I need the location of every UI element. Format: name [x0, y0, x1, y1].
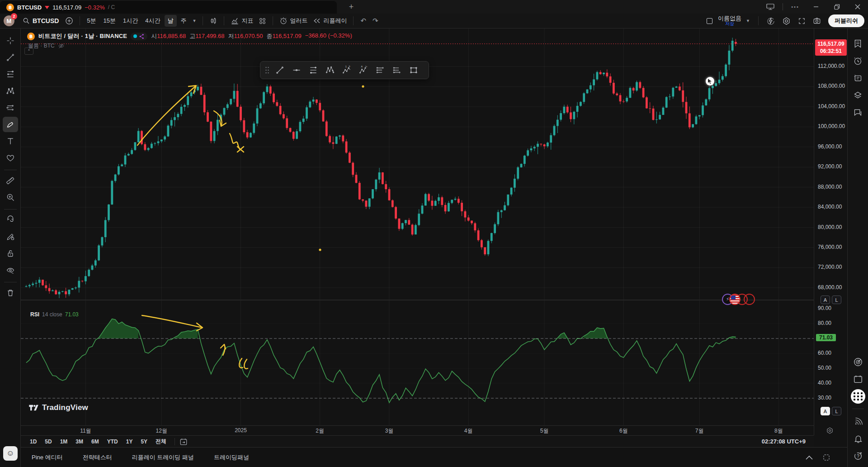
layout-panel-icon[interactable]: [703, 15, 716, 27]
time-axis-label[interactable]: 4월: [464, 427, 473, 435]
long-position-tool[interactable]: [372, 63, 388, 77]
floating-drawing-toolbar[interactable]: 15 AC: [260, 61, 429, 79]
indicator-templates-button[interactable]: [256, 15, 269, 27]
range-button-1Y[interactable]: 1Y: [123, 437, 137, 446]
panel-expand-chevron-icon[interactable]: [806, 455, 813, 460]
emoji-heart-tool[interactable]: [3, 150, 18, 166]
time-axis-label[interactable]: 8월: [774, 427, 783, 435]
restore-button[interactable]: [826, 0, 847, 14]
measure-ruler-tool[interactable]: [3, 173, 18, 188]
time-axis[interactable]: 11월12월20252월3월4월5월6월7월8월: [21, 425, 814, 435]
settings-gear-button[interactable]: [779, 15, 793, 27]
alerts-clock-icon[interactable]: [850, 52, 866, 69]
time-axis-label[interactable]: 2025: [235, 427, 247, 434]
layout-name-button[interactable]: 이름없음 저장: [718, 15, 741, 26]
time-axis-label[interactable]: 11월: [80, 427, 91, 435]
more-menu-button[interactable]: •••: [785, 0, 806, 14]
undo-button[interactable]: ↶: [357, 16, 369, 26]
snapshot-camera-button[interactable]: [810, 15, 824, 27]
range-button-5Y[interactable]: 5Y: [137, 437, 151, 446]
chart-area[interactable]: ฿ 비트코인 / 달러 · 1날 · BINANCE 시116,885.68 고…: [21, 29, 814, 425]
quick-actions-button[interactable]: [764, 15, 778, 27]
replay-button[interactable]: 리플레이: [310, 15, 349, 27]
interval-button-15분[interactable]: 15분: [100, 15, 119, 27]
elliott-wave-tool[interactable]: 15: [338, 63, 355, 77]
chat-icon[interactable]: [850, 104, 866, 121]
xabcd-pattern-tool[interactable]: [3, 83, 18, 99]
tradingview-logo[interactable]: TradingView: [29, 403, 88, 412]
interval-button-1시간[interactable]: 1시간: [120, 15, 141, 27]
bottom-tab[interactable]: 전략테스터: [83, 453, 112, 462]
volume-legend[interactable]: 볼륨 · BTC: [28, 42, 65, 50]
clock-timezone[interactable]: 02:27:08 UTC+9: [762, 438, 808, 445]
drawing-mode-lock-tool[interactable]: [3, 229, 18, 244]
symbol-legend[interactable]: ฿ 비트코인 / 달러 · 1날 · BINANCE 시116,885.68 고…: [27, 32, 352, 40]
bottom-tab[interactable]: Pine 에디터: [32, 453, 63, 462]
range-button-5D[interactable]: 5D: [41, 437, 55, 446]
indicators-button[interactable]: 지표: [228, 15, 256, 27]
bottom-tab[interactable]: 리플레이 트레이딩 패널: [132, 453, 194, 462]
layout-dropdown-button[interactable]: ▼: [743, 17, 753, 25]
calendar-icon[interactable]: [850, 371, 866, 388]
axis-settings-gear-icon[interactable]: [826, 427, 834, 434]
short-position-tool[interactable]: [388, 63, 405, 77]
interval-button-4시간[interactable]: 4시간: [142, 15, 163, 27]
time-axis-label[interactable]: 2월: [316, 427, 324, 435]
alert-button[interactable]: 얼러트: [277, 15, 310, 27]
range-button-전체[interactable]: 전체: [152, 436, 170, 447]
range-button-1D[interactable]: 1D: [26, 437, 40, 446]
fib-retracement-tool[interactable]: [305, 63, 321, 77]
interval-button-주[interactable]: 주: [178, 15, 190, 27]
market-status-pills[interactable]: [131, 33, 147, 40]
panel-maximize-icon[interactable]: [823, 454, 830, 461]
rectangle-tool[interactable]: [405, 63, 422, 77]
interval-button-날[interactable]: 날: [165, 15, 177, 27]
price-axis[interactable]: 116,517.09 06:32:51 112,000.00108,000.00…: [814, 29, 847, 435]
object-tree-layers-icon[interactable]: [850, 86, 866, 104]
zoom-in-tool[interactable]: [3, 190, 18, 205]
bottom-tab[interactable]: 트레이딩패널: [214, 453, 249, 462]
close-button[interactable]: [847, 0, 868, 14]
apps-grid-button[interactable]: [850, 388, 866, 405]
us-flag-event-icon[interactable]: [729, 294, 741, 305]
magnet-tool[interactable]: [3, 212, 18, 228]
fullscreen-button[interactable]: [795, 15, 808, 27]
new-tab-button[interactable]: +: [345, 0, 358, 14]
chart-style-button[interactable]: [207, 15, 220, 27]
interval-dropdown-button[interactable]: ▼: [190, 17, 199, 25]
crosshair-tool[interactable]: [3, 33, 18, 48]
minimize-button[interactable]: [806, 0, 826, 14]
time-axis-label[interactable]: 7월: [695, 427, 704, 435]
notifications-bell-icon[interactable]: [850, 430, 866, 447]
long-short-position-tool[interactable]: [3, 100, 18, 115]
brush-tool[interactable]: [3, 117, 18, 132]
range-button-3M[interactable]: 3M: [72, 437, 87, 446]
symbol-search-button[interactable]: BTCUSD: [19, 15, 62, 26]
browser-tab[interactable]: ฿ BTCUSD 116,517.09 −0.32% / C: [0, 1, 337, 14]
horizontal-line-tool[interactable]: [288, 63, 305, 77]
trend-line-tool[interactable]: [271, 63, 288, 77]
pane-collapse-button[interactable]: ⌃: [24, 48, 33, 55]
user-avatar[interactable]: M 2: [4, 15, 14, 26]
auto-scale-button[interactable]: A: [821, 295, 830, 304]
help-icon[interactable]: ?: [850, 447, 866, 464]
redo-button[interactable]: ↷: [369, 16, 382, 26]
text-tool[interactable]: [3, 133, 18, 149]
log-scale-button[interactable]: L: [832, 407, 841, 415]
news-signal-icon[interactable]: [850, 413, 866, 430]
log-scale-button[interactable]: L: [832, 295, 841, 304]
screener-target-icon[interactable]: [850, 353, 866, 371]
trend-line-tool[interactable]: [3, 50, 18, 65]
xabcd-pattern-tool[interactable]: [321, 63, 338, 77]
range-button-6M[interactable]: 6M: [88, 437, 103, 446]
time-axis-label[interactable]: 3월: [385, 427, 394, 435]
price-rsi-plot[interactable]: [21, 29, 814, 425]
watchlist-icon[interactable]: [850, 35, 866, 52]
interval-button-5분[interactable]: 5분: [84, 15, 99, 27]
auto-scale-button[interactable]: A: [821, 407, 830, 415]
publish-button[interactable]: 퍼블리쉬: [828, 14, 864, 27]
range-button-YTD[interactable]: YTD: [104, 437, 122, 446]
time-axis-label[interactable]: 12월: [156, 427, 167, 435]
lock-all-tool[interactable]: [3, 246, 18, 261]
range-button-1M[interactable]: 1M: [57, 437, 71, 446]
